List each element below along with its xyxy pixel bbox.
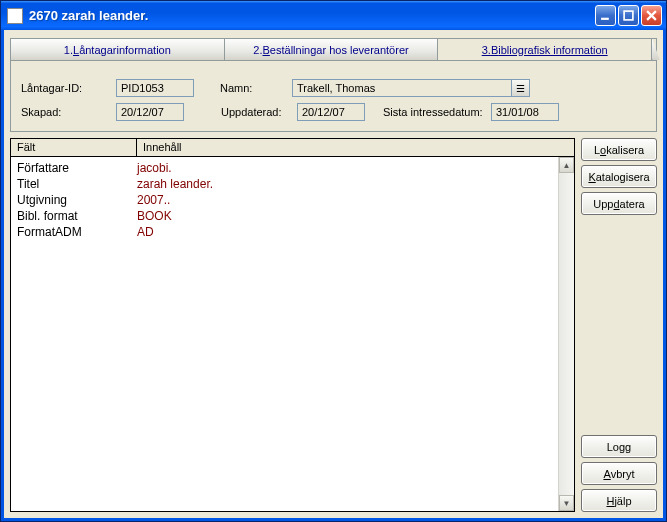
hjalp-button[interactable]: Hjälp bbox=[581, 489, 657, 512]
row-field: Bibl. format bbox=[17, 208, 137, 224]
table-row: Titelzarah leander. bbox=[17, 176, 552, 192]
tab2-num: 2. bbox=[253, 44, 262, 56]
titlebar: 2670 zarah leander. bbox=[1, 1, 666, 30]
row-value: jacobi. bbox=[137, 160, 552, 176]
button-spacer bbox=[581, 219, 657, 431]
table-row: FormatADMAD bbox=[17, 224, 552, 240]
tab3-text: ibliografisk information bbox=[498, 44, 607, 56]
list-icon: ☰ bbox=[516, 83, 525, 94]
uppdatera-post: atera bbox=[620, 198, 645, 210]
grid-rows: Författarejacobi.Titelzarah leander.Utgi… bbox=[11, 157, 558, 511]
side-buttons: Lokalisera Katalogisera Uppdatera Logg A… bbox=[581, 138, 657, 512]
info-panel: Låntagar-ID: PID1053 Namn: Trakell, Thom… bbox=[10, 60, 657, 132]
tab3-accel: B bbox=[491, 44, 498, 56]
katalogisera-button[interactable]: Katalogisera bbox=[581, 165, 657, 188]
uppdaterad-field: 20/12/07 bbox=[297, 103, 365, 121]
app-window: 2670 zarah leander. 1. Låntagarinformati… bbox=[0, 0, 667, 522]
close-button[interactable] bbox=[641, 5, 662, 26]
row-field: Utgivning bbox=[17, 192, 137, 208]
lantagar-id-label: Låntagar-ID: bbox=[21, 82, 116, 94]
bibliographic-grid: Fält Innehåll Författarejacobi.Titelzara… bbox=[10, 138, 575, 512]
katalogisera-post: atalogisera bbox=[596, 171, 650, 183]
row-field: Författare bbox=[17, 160, 137, 176]
tab-lantagarinformation[interactable]: 1. Låntagarinformation bbox=[11, 39, 225, 60]
avbryt-post: vbryt bbox=[611, 468, 635, 480]
grid-header: Fält Innehåll bbox=[11, 139, 574, 157]
namn-field: Trakell, Thomas bbox=[292, 79, 512, 97]
table-row: Utgivning2007.. bbox=[17, 192, 552, 208]
avbryt-accel: A bbox=[603, 468, 610, 480]
scroll-down-button[interactable]: ▼ bbox=[559, 495, 574, 511]
row-field: Titel bbox=[17, 176, 137, 192]
grid-body: Författarejacobi.Titelzarah leander.Utgi… bbox=[11, 157, 574, 511]
row-dates: Skapad: 20/12/07 Uppdaterad: 20/12/07 Si… bbox=[21, 103, 646, 121]
uppdaterad-label: Uppdaterad: bbox=[221, 106, 297, 118]
namn-label: Namn: bbox=[220, 82, 292, 94]
window-buttons bbox=[595, 5, 662, 26]
lantagar-id-field: PID1053 bbox=[116, 79, 194, 97]
avbryt-button[interactable]: Avbryt bbox=[581, 462, 657, 485]
namn-wrap: Trakell, Thomas ☰ bbox=[292, 79, 530, 97]
main-row: Fält Innehåll Författarejacobi.Titelzara… bbox=[10, 138, 657, 512]
window-title: 2670 zarah leander. bbox=[29, 8, 595, 23]
sista-label: Sista intressedatum: bbox=[383, 106, 491, 118]
uppdatera-button[interactable]: Uppdatera bbox=[581, 192, 657, 215]
row-value: zarah leander. bbox=[137, 176, 552, 192]
lokalisera-post: kalisera bbox=[606, 144, 644, 156]
tab-bestallningar[interactable]: 2. Beställningar hos leverantörer bbox=[225, 39, 439, 60]
col-falt: Fält bbox=[11, 139, 137, 156]
hjalp-post: jälp bbox=[614, 495, 631, 507]
tab2-accel: B bbox=[263, 44, 270, 56]
sista-field: 31/01/08 bbox=[491, 103, 559, 121]
tab1-text: åntagarinformation bbox=[79, 44, 171, 56]
table-row: Bibl. formatBOOK bbox=[17, 208, 552, 224]
table-row: Författarejacobi. bbox=[17, 160, 552, 176]
tab2-text: eställningar hos leverantörer bbox=[270, 44, 409, 56]
uppdatera-pre: Upp bbox=[593, 198, 613, 210]
minimize-button[interactable] bbox=[595, 5, 616, 26]
row-field: FormatADM bbox=[17, 224, 137, 240]
maximize-button[interactable] bbox=[618, 5, 639, 26]
logg-label: Logg bbox=[607, 441, 631, 453]
row-value: 2007.. bbox=[137, 192, 552, 208]
scroll-up-button[interactable]: ▲ bbox=[559, 157, 574, 173]
row-value: BOOK bbox=[137, 208, 552, 224]
skapad-label: Skapad: bbox=[21, 106, 116, 118]
app-icon bbox=[7, 8, 23, 24]
row-value: AD bbox=[137, 224, 552, 240]
tab-strip: 1. Låntagarinformation 2. Beställningar … bbox=[10, 38, 657, 60]
vertical-scrollbar[interactable]: ▲ ▼ bbox=[558, 157, 574, 511]
col-innehall: Innehåll bbox=[137, 139, 574, 156]
tab-bibliografisk[interactable]: 3. Bibliografisk information bbox=[438, 39, 652, 60]
row-lantagar: Låntagar-ID: PID1053 Namn: Trakell, Thom… bbox=[21, 79, 646, 97]
svg-rect-1 bbox=[624, 11, 633, 20]
tab3-num: 3. bbox=[482, 44, 491, 56]
namn-lookup-button[interactable]: ☰ bbox=[512, 79, 530, 97]
katalogisera-accel: K bbox=[588, 171, 595, 183]
tab1-num: 1. bbox=[64, 44, 73, 56]
logg-button[interactable]: Logg bbox=[581, 435, 657, 458]
skapad-field: 20/12/07 bbox=[116, 103, 184, 121]
svg-rect-0 bbox=[601, 18, 609, 20]
client-area: 1. Låntagarinformation 2. Beställningar … bbox=[1, 30, 666, 521]
lokalisera-button[interactable]: Lokalisera bbox=[581, 138, 657, 161]
